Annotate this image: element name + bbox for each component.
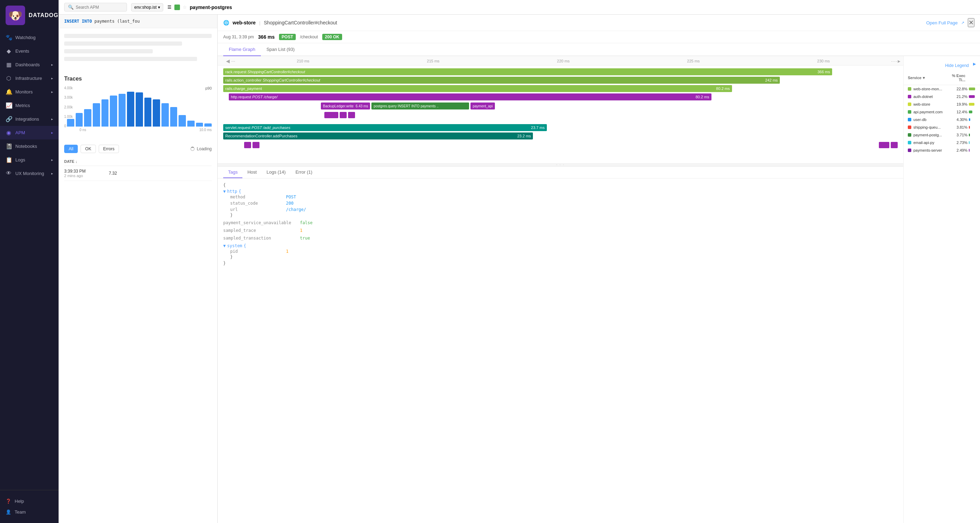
sidebar-item-dashboards[interactable]: ▦ Dashboards ▸ (0, 58, 59, 72)
flame-bar-servlet[interactable]: servlet.request POST /add_purchases 23.7… (223, 124, 547, 131)
tab-host[interactable]: Host (242, 167, 262, 178)
flame-bar-recommendation[interactable]: RecommendationController.addPurchases 23… (223, 132, 533, 140)
star-icon[interactable]: ☆ (183, 5, 187, 10)
tag-method: method POST (223, 194, 898, 200)
timeline-labels: 210 ms 215 ms 220 ms 225 ms 230 ms (238, 59, 889, 63)
flame-row-charge[interactable]: rails.charge_payment 80.2 ms (218, 85, 903, 93)
resize-handle[interactable]: · · · (218, 163, 903, 166)
open-full-page-button[interactable]: Open Full Page (926, 20, 958, 25)
legend-pct-value: 12.4% (950, 110, 967, 114)
mini-bar-3[interactable] (348, 112, 355, 118)
chart-bar[interactable] (127, 92, 134, 127)
close-button[interactable]: ✕ (968, 18, 974, 27)
chevron-icon: ▸ (51, 63, 53, 67)
postgres-bar[interactable]: postgres.query INSERT INTO payments .. (371, 103, 469, 110)
timeline-nav-right[interactable]: - - - ▶ (889, 59, 903, 63)
hide-legend-button[interactable]: Hide Legend (941, 60, 973, 71)
chart-bar[interactable] (102, 99, 109, 127)
timeline-nav-left[interactable]: ◀ ··· (223, 58, 238, 64)
chart-bar[interactable] (153, 99, 160, 127)
sidebar-item-ux-monitoring[interactable]: 👁 UX Monitoring ▸ (0, 167, 59, 180)
sidebar-bottom-help[interactable]: ❓ Help (6, 496, 53, 507)
chart-bar[interactable] (76, 113, 83, 127)
chart-bar[interactable] (170, 107, 178, 127)
legend-rows: web-store-mon... 22.8% auth-dotnet 21.2%… (904, 85, 980, 154)
flame-bar-rack[interactable]: rack.request ShoppingCartController#chec… (223, 68, 832, 75)
flame-bar-rails-action[interactable]: rails.action_controller ShoppingCartCont… (223, 77, 780, 84)
pct-column-header: % Exec Ti... (944, 73, 965, 82)
sidebar-item-watchdog[interactable]: 🐾 Watchdog (0, 31, 59, 44)
chart-bar[interactable] (119, 94, 126, 127)
servlet-label: servlet.request POST /add_purchases (225, 126, 291, 130)
legend-row[interactable]: user-db 4.30% (904, 116, 980, 123)
tab-span-list[interactable]: Span List (93) (261, 43, 300, 56)
legend-bar-container (969, 87, 976, 90)
legend-color-swatch (908, 87, 911, 91)
env-selector[interactable]: env:shop.ist ▾ (131, 3, 163, 11)
chart-bar[interactable] (196, 123, 203, 127)
backup-ledger-bar[interactable]: BackupLedger.write 6.43 ms (321, 103, 370, 110)
sidebar-item-monitors[interactable]: 🔔 Monitors ▸ (0, 85, 59, 99)
flame-row-http[interactable]: http.request POST /charge/ 80.2 ms (218, 94, 903, 101)
legend-row[interactable]: auth-dotnet 21.2% (904, 93, 980, 100)
search-box[interactable]: 🔍 (64, 3, 127, 11)
sidebar-item-notebooks[interactable]: 📓 Notebooks (0, 140, 59, 153)
sidebar-item-apm[interactable]: ◉ APM ▸ (0, 126, 59, 140)
payment-api-bar[interactable]: payment_api (471, 103, 495, 110)
flame-row-rack[interactable]: rack.request ShoppingCartController#chec… (218, 68, 903, 76)
sidebar-item-events[interactable]: ◆ Events (0, 44, 59, 58)
filter-all-button[interactable]: All (64, 145, 78, 153)
filter-errors-button[interactable]: Errors (99, 145, 119, 153)
legend-row[interactable]: web-store-mon... 22.8% (904, 85, 980, 93)
legend-row[interactable]: email-api-py 2.73% (904, 139, 980, 146)
help-label: Help (15, 499, 24, 504)
legend-row[interactable]: payments-server 2.49% (904, 146, 980, 154)
flame-row-servlet[interactable]: servlet.request POST /add_purchases 23.7… (218, 124, 903, 132)
legend-row[interactable]: web-store 19.9% (904, 100, 980, 108)
chart-bar[interactable] (178, 115, 186, 127)
sort-dropdown-icon[interactable]: ▾ (923, 76, 925, 80)
chart-bar[interactable] (84, 109, 91, 127)
filter-ok-button[interactable]: OK (81, 145, 95, 153)
system-group-toggle[interactable]: ▼ system { (223, 243, 898, 248)
mini-bar-2[interactable] (340, 112, 347, 118)
rec-mini-bar-2[interactable] (253, 142, 259, 148)
sidebar-item-infrastructure[interactable]: ⬡ Infrastructure ▸ (0, 72, 59, 85)
trace-header-right: Open Full Page ↗ ✕ (926, 18, 974, 27)
chart-bar[interactable] (204, 123, 212, 127)
system-close-brace: } (223, 254, 898, 259)
rec-mini-bar-4[interactable] (891, 142, 898, 148)
chart-bar[interactable] (110, 95, 117, 127)
mini-bar-1[interactable] (325, 112, 338, 118)
sidebar-item-logs[interactable]: 📋 Logs ▸ (0, 153, 59, 167)
flame-row-recommendation[interactable]: RecommendationController.addPurchases 23… (218, 132, 903, 140)
legend-bar (969, 103, 974, 106)
legend-bar-container (969, 126, 976, 129)
http-group-toggle[interactable]: ▼ http { (223, 189, 898, 194)
legend-row[interactable]: api.payment.com 12.4% (904, 108, 980, 116)
rec-mini-bar-1[interactable] (244, 142, 251, 148)
flame-row-rails-action[interactable]: rails.action_controller ShoppingCartCont… (218, 77, 903, 84)
chart-bar[interactable] (93, 103, 100, 127)
search-input[interactable] (76, 5, 123, 10)
tab-flame-graph[interactable]: Flame Graph (223, 43, 261, 56)
legend-bar (969, 87, 975, 90)
trace-row[interactable]: 3:39:33 PM 2 mins ago 7.32 (64, 166, 212, 181)
tab-error[interactable]: Error (1) (291, 167, 317, 178)
tab-tags[interactable]: Tags (223, 167, 242, 178)
flame-bar-charge[interactable]: rails.charge_payment 80.2 ms (223, 85, 732, 92)
recommendation-duration: 23.2 ms (517, 134, 531, 138)
chart-bar[interactable] (145, 98, 152, 127)
sidebar-bottom-team[interactable]: 👤 Team (6, 507, 53, 517)
legend-row[interactable]: payment-postg... 3.71% (904, 131, 980, 139)
flame-bar-http[interactable]: http.request POST /charge/ 80.2 ms (229, 94, 711, 100)
chart-bar[interactable] (161, 103, 169, 127)
sidebar-item-metrics[interactable]: 📈 Metrics (0, 99, 59, 112)
rec-mini-bar-3[interactable] (879, 142, 889, 148)
chart-bar[interactable] (187, 121, 195, 127)
legend-row[interactable]: shipping-queu... 3.81% (904, 123, 980, 131)
sidebar-item-integrations[interactable]: 🔗 Integrations ▸ (0, 112, 59, 126)
tab-logs[interactable]: Logs (14) (262, 167, 291, 178)
date-column-header[interactable]: DATE ↓ (64, 159, 106, 164)
chart-bar[interactable] (136, 92, 143, 127)
